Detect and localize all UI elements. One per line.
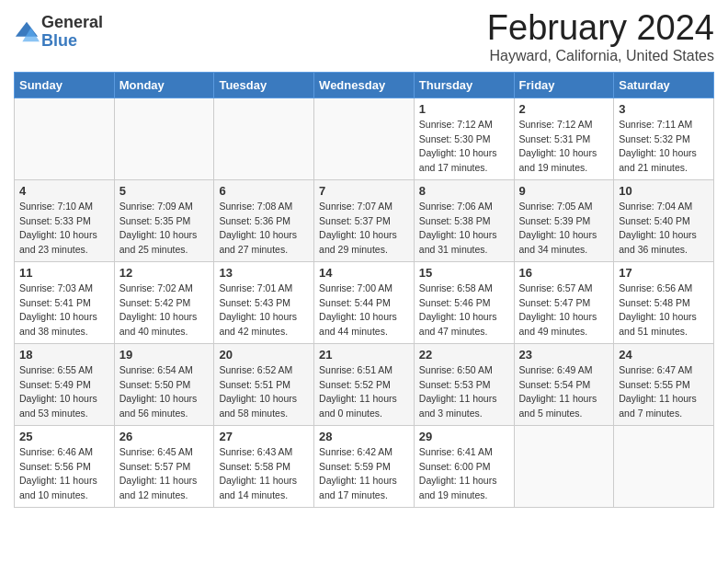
- calendar-cell: 21Sunrise: 6:51 AM Sunset: 5:52 PM Dayli…: [314, 343, 415, 425]
- day-number: 28: [319, 430, 409, 443]
- day-number: 6: [219, 184, 309, 198]
- calendar-cell: 15Sunrise: 6:58 AM Sunset: 5:46 PM Dayli…: [414, 261, 514, 343]
- calendar-cell: 13Sunrise: 7:01 AM Sunset: 5:43 PM Dayli…: [214, 261, 314, 343]
- calendar-cell: 5Sunrise: 7:09 AM Sunset: 5:35 PM Daylig…: [114, 179, 214, 261]
- header-row: SundayMondayTuesdayWednesdayThursdayFrid…: [15, 72, 714, 98]
- day-detail: Sunrise: 7:08 AM Sunset: 5:36 PM Dayligh…: [219, 200, 309, 258]
- day-number: 27: [219, 430, 309, 443]
- calendar-cell: 2Sunrise: 7:12 AM Sunset: 5:31 PM Daylig…: [514, 98, 614, 179]
- day-number: 7: [319, 184, 409, 198]
- day-number: 13: [219, 266, 309, 280]
- week-row-3: 11Sunrise: 7:03 AM Sunset: 5:41 PM Dayli…: [15, 261, 714, 343]
- day-detail: Sunrise: 6:51 AM Sunset: 5:52 PM Dayligh…: [319, 363, 409, 421]
- calendar-cell: 10Sunrise: 7:04 AM Sunset: 5:40 PM Dayli…: [614, 179, 714, 261]
- header-day-sunday: Sunday: [15, 72, 115, 98]
- logo: General Blue: [14, 14, 103, 51]
- calendar-cell: 22Sunrise: 6:50 AM Sunset: 5:53 PM Dayli…: [414, 343, 514, 425]
- day-detail: Sunrise: 6:41 AM Sunset: 6:00 PM Dayligh…: [419, 445, 509, 503]
- calendar-cell: 6Sunrise: 7:08 AM Sunset: 5:36 PM Daylig…: [214, 179, 314, 261]
- day-number: 20: [219, 348, 309, 362]
- day-number: 8: [419, 184, 509, 198]
- day-detail: Sunrise: 7:05 AM Sunset: 5:39 PM Dayligh…: [519, 200, 609, 258]
- calendar-cell: [514, 425, 614, 507]
- calendar-cell: 26Sunrise: 6:45 AM Sunset: 5:57 PM Dayli…: [114, 425, 214, 507]
- calendar-cell: [214, 98, 314, 179]
- header-day-friday: Friday: [514, 72, 614, 98]
- day-detail: Sunrise: 7:09 AM Sunset: 5:35 PM Dayligh…: [119, 200, 210, 258]
- calendar-cell: 14Sunrise: 7:00 AM Sunset: 5:44 PM Dayli…: [314, 261, 415, 343]
- calendar-cell: 1Sunrise: 7:12 AM Sunset: 5:30 PM Daylig…: [414, 98, 514, 179]
- calendar-header: SundayMondayTuesdayWednesdayThursdayFrid…: [15, 72, 714, 98]
- day-detail: Sunrise: 7:11 AM Sunset: 5:32 PM Dayligh…: [619, 118, 709, 176]
- day-detail: Sunrise: 6:46 AM Sunset: 5:56 PM Dayligh…: [19, 445, 109, 503]
- day-number: 21: [319, 348, 409, 362]
- calendar-cell: 9Sunrise: 7:05 AM Sunset: 5:39 PM Daylig…: [514, 179, 614, 261]
- day-detail: Sunrise: 6:55 AM Sunset: 5:49 PM Dayligh…: [19, 363, 109, 421]
- header-day-wednesday: Wednesday: [314, 72, 415, 98]
- day-detail: Sunrise: 7:07 AM Sunset: 5:37 PM Dayligh…: [319, 200, 409, 258]
- calendar-cell: [114, 98, 214, 179]
- calendar-cell: 19Sunrise: 6:54 AM Sunset: 5:50 PM Dayli…: [114, 343, 214, 425]
- week-row-5: 25Sunrise: 6:46 AM Sunset: 5:56 PM Dayli…: [15, 425, 714, 507]
- header-day-thursday: Thursday: [414, 72, 514, 98]
- day-number: 29: [419, 430, 509, 443]
- logo-icon: [14, 19, 40, 45]
- day-number: 15: [419, 266, 509, 280]
- day-number: 22: [419, 348, 509, 362]
- calendar-cell: 11Sunrise: 7:03 AM Sunset: 5:41 PM Dayli…: [15, 261, 115, 343]
- day-number: 14: [319, 266, 409, 280]
- day-number: 25: [19, 430, 109, 443]
- day-number: 2: [519, 102, 609, 116]
- day-number: 16: [519, 266, 609, 280]
- week-row-4: 18Sunrise: 6:55 AM Sunset: 5:49 PM Dayli…: [15, 343, 714, 425]
- calendar-cell: [614, 425, 714, 507]
- week-row-2: 4Sunrise: 7:10 AM Sunset: 5:33 PM Daylig…: [15, 179, 714, 261]
- day-number: 24: [619, 348, 709, 362]
- day-detail: Sunrise: 7:02 AM Sunset: 5:42 PM Dayligh…: [119, 282, 210, 339]
- day-detail: Sunrise: 7:10 AM Sunset: 5:33 PM Dayligh…: [19, 200, 109, 258]
- day-number: 10: [619, 184, 709, 198]
- day-detail: Sunrise: 7:06 AM Sunset: 5:38 PM Dayligh…: [419, 200, 509, 258]
- calendar-cell: 17Sunrise: 6:56 AM Sunset: 5:48 PM Dayli…: [614, 261, 714, 343]
- calendar-cell: 27Sunrise: 6:43 AM Sunset: 5:58 PM Dayli…: [214, 425, 314, 507]
- day-number: 3: [619, 102, 709, 116]
- calendar-cell: [15, 98, 115, 179]
- day-detail: Sunrise: 7:00 AM Sunset: 5:44 PM Dayligh…: [319, 282, 409, 339]
- header-day-tuesday: Tuesday: [214, 72, 314, 98]
- day-detail: Sunrise: 7:01 AM Sunset: 5:43 PM Dayligh…: [219, 282, 309, 339]
- calendar-cell: 7Sunrise: 7:07 AM Sunset: 5:37 PM Daylig…: [314, 179, 415, 261]
- calendar-cell: 4Sunrise: 7:10 AM Sunset: 5:33 PM Daylig…: [15, 179, 115, 261]
- calendar-cell: 16Sunrise: 6:57 AM Sunset: 5:47 PM Dayli…: [514, 261, 614, 343]
- day-number: 11: [19, 266, 109, 280]
- day-detail: Sunrise: 6:43 AM Sunset: 5:58 PM Dayligh…: [219, 445, 309, 503]
- day-detail: Sunrise: 6:49 AM Sunset: 5:54 PM Dayligh…: [519, 363, 609, 421]
- day-number: 26: [119, 430, 210, 443]
- day-detail: Sunrise: 7:04 AM Sunset: 5:40 PM Dayligh…: [619, 200, 709, 258]
- day-number: 19: [119, 348, 210, 362]
- calendar-table: SundayMondayTuesdayWednesdayThursdayFrid…: [14, 72, 714, 508]
- day-detail: Sunrise: 6:47 AM Sunset: 5:55 PM Dayligh…: [619, 363, 709, 421]
- calendar-cell: 28Sunrise: 6:42 AM Sunset: 5:59 PM Dayli…: [314, 425, 415, 507]
- day-number: 1: [419, 102, 509, 116]
- logo-general-text: General: [41, 14, 103, 32]
- calendar-cell: 20Sunrise: 6:52 AM Sunset: 5:51 PM Dayli…: [214, 343, 314, 425]
- day-detail: Sunrise: 6:57 AM Sunset: 5:47 PM Dayligh…: [519, 282, 609, 339]
- calendar-cell: 8Sunrise: 7:06 AM Sunset: 5:38 PM Daylig…: [414, 179, 514, 261]
- day-detail: Sunrise: 7:12 AM Sunset: 5:30 PM Dayligh…: [419, 118, 509, 176]
- day-number: 4: [19, 184, 109, 198]
- day-number: 5: [119, 184, 210, 198]
- calendar-cell: 25Sunrise: 6:46 AM Sunset: 5:56 PM Dayli…: [15, 425, 115, 507]
- day-detail: Sunrise: 6:54 AM Sunset: 5:50 PM Dayligh…: [119, 363, 210, 421]
- week-row-1: 1Sunrise: 7:12 AM Sunset: 5:30 PM Daylig…: [15, 98, 714, 179]
- header-day-saturday: Saturday: [614, 72, 714, 98]
- day-detail: Sunrise: 7:03 AM Sunset: 5:41 PM Dayligh…: [19, 282, 109, 339]
- title-section: February 2024 Hayward, California, Unite…: [487, 9, 714, 64]
- calendar-cell: [314, 98, 415, 179]
- calendar-cell: 29Sunrise: 6:41 AM Sunset: 6:00 PM Dayli…: [414, 425, 514, 507]
- day-number: 9: [519, 184, 609, 198]
- header-day-monday: Monday: [114, 72, 214, 98]
- day-detail: Sunrise: 6:56 AM Sunset: 5:48 PM Dayligh…: [619, 282, 709, 339]
- day-detail: Sunrise: 6:50 AM Sunset: 5:53 PM Dayligh…: [419, 363, 509, 421]
- calendar-cell: 24Sunrise: 6:47 AM Sunset: 5:55 PM Dayli…: [614, 343, 714, 425]
- calendar-cell: 12Sunrise: 7:02 AM Sunset: 5:42 PM Dayli…: [114, 261, 214, 343]
